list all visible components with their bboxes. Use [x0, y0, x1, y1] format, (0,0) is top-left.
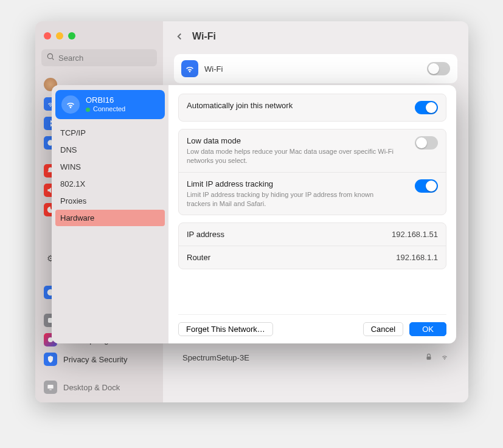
search-icon: [46, 52, 55, 63]
ip-info-card: IP address 192.168.1.51 Router 192.168.1…: [178, 222, 446, 269]
back-button[interactable]: [174, 31, 185, 42]
wifi-master-toggle[interactable]: [427, 62, 450, 75]
limit-ip-toggle[interactable]: [415, 179, 438, 193]
ok-button[interactable]: OK: [409, 322, 446, 336]
zoom-window-button[interactable]: [68, 32, 75, 40]
network-name: SpectrumSetup-3E: [182, 353, 249, 362]
tab-hardware[interactable]: Hardware: [55, 210, 165, 226]
auto-join-toggle[interactable]: [415, 101, 438, 114]
network-details-modal: ORBI16 Connected TCP/IP DNS WINS 802.1X …: [52, 85, 456, 343]
network-status: Connected: [93, 105, 125, 114]
router-label: Router: [187, 253, 210, 262]
forget-network-button[interactable]: Forget This Network…: [178, 322, 273, 336]
status-dot-icon: [86, 108, 90, 112]
modal-tabs: TCP/IP DNS WINS 802.1X Proxies Hardware: [55, 123, 165, 228]
limit-ip-desc: Limit IP address tracking by hiding your…: [187, 190, 394, 208]
cancel-button[interactable]: Cancel: [363, 322, 403, 336]
router-row: Router 192.168.1.1: [179, 246, 446, 269]
settings-card: Low data mode Low data mode helps reduce…: [178, 129, 446, 215]
privacy-icon: [44, 353, 57, 366]
minimize-window-button[interactable]: [56, 32, 63, 40]
limit-ip-label: Limit IP address tracking: [187, 179, 394, 188]
modal-sidebar: ORBI16 Connected TCP/IP DNS WINS 802.1X …: [52, 85, 168, 343]
wifi-icon: [61, 95, 80, 114]
tab-proxies[interactable]: Proxies: [55, 193, 165, 209]
row-text: Automatically join this network: [187, 101, 293, 110]
tab-dns[interactable]: DNS: [55, 142, 165, 158]
close-window-button[interactable]: [44, 32, 51, 40]
network-name: ORBI16: [86, 95, 125, 105]
row-text: Limit IP address tracking Limit IP addre…: [187, 179, 394, 208]
svg-rect-9: [427, 356, 431, 359]
wifi-icon: [181, 60, 198, 77]
sidebar-item-label: Privacy & Security: [63, 355, 127, 364]
other-network-row[interactable]: SpectrumSetup-3E: [174, 345, 457, 370]
modal-footer: Forget This Network… Cancel OK: [178, 314, 446, 336]
wifi-toggle-card: Wi-Fi: [174, 54, 457, 83]
page-title: Wi-Fi: [192, 31, 216, 42]
auto-join-card: Automatically join this network: [178, 94, 446, 122]
modal-main: Automatically join this network Low data…: [168, 85, 456, 343]
svg-rect-7: [49, 390, 52, 390]
low-data-row: Low data mode Low data mode helps reduce…: [179, 129, 446, 172]
wifi-label: Wi-Fi: [204, 64, 223, 74]
router-value: 192.168.1.1: [396, 253, 438, 262]
search-field-wrap[interactable]: [41, 49, 157, 66]
wifi-signal-icon: [440, 353, 449, 363]
svg-rect-6: [47, 385, 53, 388]
low-data-desc: Low data mode helps reduce your Mac data…: [187, 147, 394, 165]
auto-join-row: Automatically join this network: [179, 94, 446, 121]
ip-address-label: IP address: [187, 230, 224, 239]
desktop-icon: [44, 381, 57, 394]
main-header: Wi-Fi: [163, 21, 468, 48]
tab-tcpip[interactable]: TCP/IP: [55, 125, 165, 141]
low-data-label: Low data mode: [187, 136, 394, 145]
sidebar-item-label: Desktop & Dock: [63, 383, 120, 392]
tab-8021x[interactable]: 802.1X: [55, 176, 165, 192]
auto-join-label: Automatically join this network: [187, 101, 293, 110]
network-indicators: [425, 353, 449, 363]
row-text: Low data mode Low data mode helps reduce…: [187, 136, 394, 165]
low-data-toggle[interactable]: [415, 136, 438, 150]
network-status-wrap: Connected: [86, 105, 125, 114]
limit-ip-row: Limit IP address tracking Limit IP addre…: [179, 172, 446, 215]
svg-line-1: [52, 58, 54, 60]
tab-wins[interactable]: WINS: [55, 159, 165, 175]
ip-address-row: IP address 192.168.1.51: [179, 223, 446, 246]
sidebar-item-desktop[interactable]: Desktop & Dock: [35, 377, 163, 397]
modal-network-header[interactable]: ORBI16 Connected: [55, 90, 165, 119]
lock-icon: [425, 353, 433, 363]
svg-point-0: [47, 53, 52, 58]
ip-address-value: 192.168.1.51: [392, 230, 438, 239]
search-input[interactable]: [58, 53, 152, 63]
traffic-lights: [35, 29, 163, 47]
network-info: ORBI16 Connected: [86, 95, 125, 114]
sidebar-item-privacy[interactable]: Privacy & Security: [35, 350, 163, 369]
